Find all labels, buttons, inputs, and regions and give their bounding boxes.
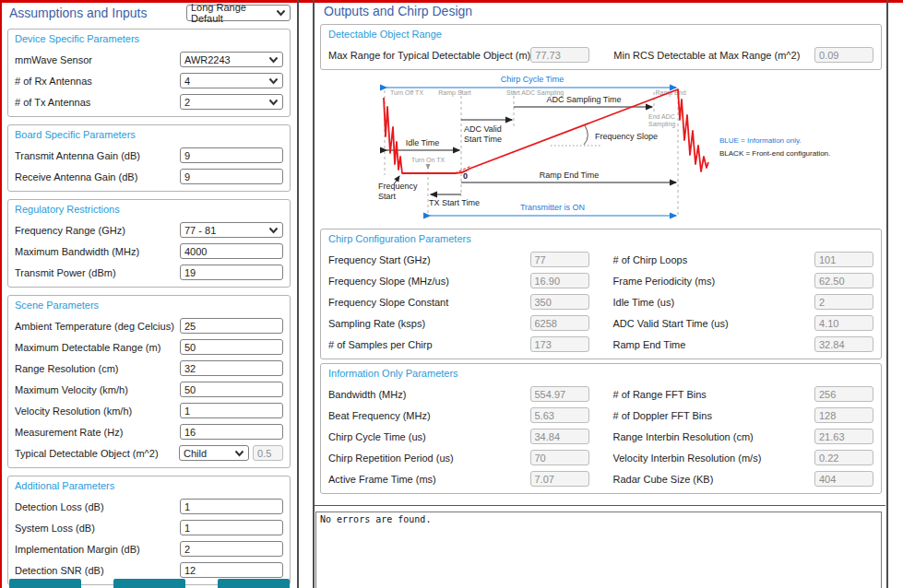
panel-bottom-divider	[315, 505, 885, 506]
chirp-loops-output	[814, 252, 873, 267]
param-label: Velocity Resolution (km/h)	[15, 406, 132, 417]
output-label: Idle Time (us)	[613, 297, 675, 308]
system-loss-input[interactable]	[180, 520, 283, 535]
param-row: Maximum Detectable Range (m)	[15, 339, 283, 355]
select-value: 4	[184, 76, 190, 87]
output-label: Range Interbin Resolution (cm)	[613, 431, 754, 442]
output-row: Ramp End Time	[613, 336, 874, 352]
output-row: Radar Cube Size (KB)	[613, 471, 874, 487]
output-label: # of Chirp Loops	[613, 254, 688, 265]
implementation-margin-input[interactable]	[180, 541, 283, 557]
sampling-rate-output	[530, 315, 589, 331]
chevron-down-icon	[268, 56, 279, 64]
label-transmitter-is-on: Transmitter is ON	[520, 203, 585, 212]
velocity-resolution-input[interactable]	[180, 403, 283, 418]
device-specific-section: Device Specific Parameters mmWave Sensor…	[7, 29, 291, 117]
output-label: Max Range for Typical Detectable Object …	[328, 50, 530, 61]
output-row: Frequency Slope (MHz/us)	[328, 273, 589, 288]
max-range-output	[530, 47, 589, 63]
param-row: Transmit Antenna Gain (dB)	[15, 147, 283, 163]
param-row: Detection SNR (dB)	[15, 562, 283, 578]
frequency-slope-output	[530, 273, 589, 288]
param-row: Ambient Temperature (deg Celcius)	[15, 318, 283, 334]
rcs-value-output	[253, 445, 283, 461]
max-velocity-input[interactable]	[180, 382, 283, 397]
rx-antennas-select[interactable]: 4	[180, 73, 283, 88]
output-row: Max Range for Typical Detectable Object …	[328, 47, 589, 63]
output-row: Min RCS Detectable at Max Range (m^2)	[613, 47, 873, 63]
mmwave-sensor-select[interactable]: AWR2243	[180, 52, 283, 67]
label-adc-valid-2: Start Time	[464, 135, 502, 144]
param-label: Maximum Detectable Range (m)	[15, 342, 160, 353]
action-button-1[interactable]	[9, 579, 81, 588]
label-adc-valid-1: ADC Valid	[464, 124, 502, 134]
frequency-range-select[interactable]: 77 - 81	[180, 222, 283, 238]
label-frequency-slope: Frequency Slope	[595, 132, 658, 141]
frequency-slope-constant-output	[530, 294, 589, 310]
tx-antennas-select[interactable]: 2	[180, 94, 283, 110]
label-turn-off-tx: Turn Off TX	[390, 89, 423, 96]
detectable-object-select[interactable]: Child	[179, 445, 249, 461]
param-row: # of Rx Antennas 4	[15, 73, 283, 88]
param-row: Maximum Velocity (km/h)	[15, 382, 283, 397]
chirp-cycle-time-output	[530, 429, 589, 444]
chevron-down-icon	[268, 227, 279, 234]
output-label: Active Frame Time (ms)	[328, 474, 436, 485]
section-title: Board Specific Parameters	[15, 129, 283, 142]
output-row: Range Interbin Resolution (cm)	[613, 429, 874, 444]
transmit-antenna-gain-input[interactable]	[180, 147, 283, 163]
slope-angle-arc	[584, 125, 588, 145]
param-label: Typical Detectable Object (m^2)	[15, 448, 159, 459]
assumptions-title: Assumptions and Inputs	[9, 6, 147, 20]
action-button-3[interactable]	[218, 579, 290, 588]
outputs-panel: Outputs and Chirp Design Detectable Obje…	[315, 3, 885, 588]
range-fft-bins-output	[814, 386, 873, 402]
measurement-rate-input[interactable]	[180, 424, 283, 440]
beat-frequency-output	[530, 407, 589, 423]
param-label: Maximum Velocity (km/h)	[15, 384, 128, 395]
param-label: mmWave Sensor	[15, 54, 92, 65]
action-button-2[interactable]	[113, 579, 185, 588]
output-row: Bandwidth (MHz)	[328, 386, 589, 402]
max-detectable-range-input[interactable]	[180, 339, 283, 355]
select-value: 2	[184, 97, 190, 108]
preset-select[interactable]: Long Range Default	[186, 5, 291, 21]
board-specific-section: Board Specific Parameters Transmit Anten…	[7, 124, 291, 192]
regulatory-section: Regulatory Restrictions Frequency Range …	[7, 199, 291, 288]
error-message-area: No errors are found.	[315, 512, 882, 588]
param-row: Range Resolution (cm)	[15, 360, 283, 376]
output-row: ADC Valid Start Time (us)	[613, 315, 874, 331]
output-label: Radar Cube Size (KB)	[613, 474, 714, 485]
section-title: Scene Parameters	[15, 300, 283, 312]
frequency-start-output	[530, 252, 589, 267]
min-rcs-output	[814, 47, 873, 63]
detection-loss-input[interactable]	[180, 499, 283, 514]
ambient-temperature-input[interactable]	[180, 318, 283, 334]
output-row: # of Range FFT Bins	[613, 386, 874, 402]
label-end-adc-1: End ADC	[648, 113, 675, 120]
output-label: Velocity Interbin Resolution (m/s)	[613, 453, 762, 464]
chevron-down-icon	[268, 99, 279, 106]
output-label: Chirp Cycle Time (us)	[328, 431, 426, 442]
detection-snr-input[interactable]	[180, 562, 283, 578]
output-row: # of Doppler FFT Bins	[613, 407, 874, 423]
receive-antenna-gain-input[interactable]	[180, 169, 283, 184]
param-label: Receive Antenna Gain (dB)	[15, 171, 137, 182]
output-label: Bandwidth (MHz)	[328, 389, 406, 400]
output-row: Chirp Cycle Time (us)	[328, 429, 589, 444]
select-value: Child	[184, 448, 207, 459]
detectable-object-range-section: Detectable Object Range Max Range for Ty…	[320, 24, 882, 70]
output-label: Frequency Slope Constant	[328, 297, 448, 308]
max-bandwidth-input[interactable]	[180, 243, 283, 259]
label-ramp-end-time: Ramp End Time	[540, 171, 600, 180]
output-row: Velocity Interbin Resolution (m/s)	[613, 450, 874, 465]
output-label: Frequency Slope (MHz/us)	[328, 276, 449, 287]
preset-value: Long Range Default	[191, 2, 276, 24]
transmit-power-input[interactable]	[180, 265, 283, 280]
param-label: System Loss (dB)	[15, 523, 95, 534]
range-resolution-input[interactable]	[180, 360, 283, 376]
ramp-end-time-output	[814, 336, 873, 352]
label-tx-start-time: TX Start Time	[429, 198, 480, 207]
label-turn-on-tx: Turn On TX	[411, 157, 446, 163]
param-label: # of Tx Antennas	[15, 97, 90, 108]
